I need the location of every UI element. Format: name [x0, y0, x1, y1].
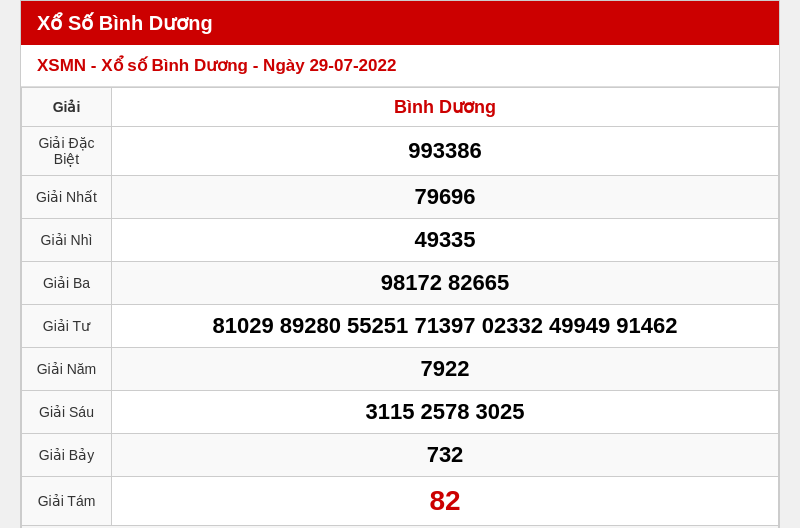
- prize-label: Giải Đặc Biệt: [22, 127, 112, 176]
- table-row: Giải Sáu3115 2578 3025: [22, 391, 779, 434]
- prize-label: Giải Năm: [22, 348, 112, 391]
- main-container: Xổ Số Bình Dương XSMN - Xổ số Bình Dương…: [20, 0, 780, 528]
- prize-label: Giải Ba: [22, 262, 112, 305]
- prize-values: 993386: [112, 127, 779, 176]
- prize-values: 81029 89280 55251 71397 02332 49949 9146…: [112, 305, 779, 348]
- table-row: Giải Năm7922: [22, 348, 779, 391]
- province-header: Bình Dương: [112, 88, 779, 127]
- table-row: Giải Đặc Biệt993386: [22, 127, 779, 176]
- table-row: Giải Nhất79696: [22, 176, 779, 219]
- prize-values: 3115 2578 3025: [112, 391, 779, 434]
- prize-values: 732: [112, 434, 779, 477]
- prize-values: 98172 82665: [112, 262, 779, 305]
- prize-label: Giải Tám: [22, 477, 112, 526]
- prize-label: Giải Bảy: [22, 434, 112, 477]
- table-row: Giải Bảy732: [22, 434, 779, 477]
- prize-label: Giải Nhất: [22, 176, 112, 219]
- prize-values: 49335: [112, 219, 779, 262]
- subheader-text: XSMN - Xổ số Bình Dương - Ngày 29-07-202…: [37, 56, 396, 75]
- prize-values: 79696: [112, 176, 779, 219]
- table-row: Giải Nhì49335: [22, 219, 779, 262]
- header-title: Xổ Số Bình Dương: [37, 12, 213, 34]
- lottery-table: Giải Bình Dương Giải Đặc Biệt993386Giải …: [21, 87, 779, 528]
- table-row: Giải Tư81029 89280 55251 71397 02332 499…: [22, 305, 779, 348]
- prize-values: 82: [112, 477, 779, 526]
- prize-label: Giải Nhì: [22, 219, 112, 262]
- prize-values: 7922: [112, 348, 779, 391]
- table-row: Giải Tám82: [22, 477, 779, 526]
- page-header: Xổ Số Bình Dương: [21, 1, 779, 45]
- col-header-label: Giải: [22, 88, 112, 127]
- table-row: Giải Ba98172 82665: [22, 262, 779, 305]
- page-subheader: XSMN - Xổ số Bình Dương - Ngày 29-07-202…: [21, 45, 779, 87]
- prize-label: Giải Sáu: [22, 391, 112, 434]
- prize-label: Giải Tư: [22, 305, 112, 348]
